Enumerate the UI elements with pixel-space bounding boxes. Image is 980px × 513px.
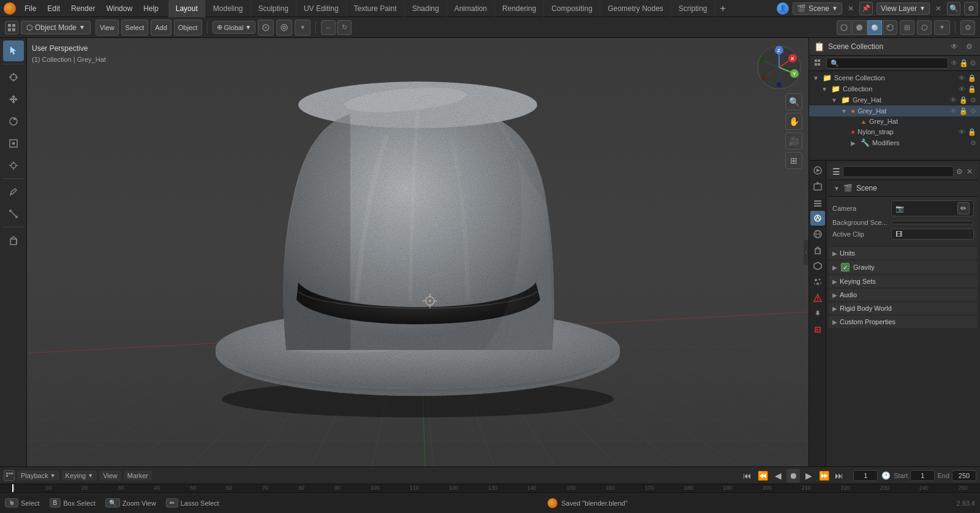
outliner-item-modifiers[interactable]: ▶ 🔧 Modifiers ⚙ [809,137,980,148]
object-menu[interactable]: Object [174,20,202,36]
scene-selector[interactable]: 🎬 Scene ▼ [793,2,842,15]
play-btn[interactable]: ▶ [802,469,815,482]
outliner-eye-icon[interactable]: 👁 [948,40,960,53]
add-workspace-button[interactable]: + [715,1,731,17]
ortho-icon[interactable]: ⊞ [785,152,802,169]
outliner-toggle-2[interactable]: 🔒 [959,59,968,67]
navigation-gizmo[interactable]: X Y Z [755,43,804,92]
add-menu[interactable]: Add [151,20,172,36]
prop-icon-constraints[interactable] [810,306,825,321]
prop-icon-render[interactable] [810,163,825,178]
pan-icon[interactable]: ✋ [785,113,802,130]
gravity-section-header[interactable]: ▶ ✓ Gravity [829,260,978,274]
units-section-header[interactable]: ▶ Units [829,247,978,259]
cursor-tool[interactable] [3,67,24,88]
outliner-search-input[interactable] [826,58,948,69]
camera-value[interactable]: 📷 ✏ [891,200,974,216]
viewport-collapse-right[interactable]: ‹ [804,240,809,265]
view-layer-selector[interactable]: View Layer ▼ [876,2,930,15]
properties-menu-icon[interactable]: ☰ [832,167,840,177]
rotate-tool[interactable] [3,111,24,132]
outliner-toggle-1[interactable]: 👁 [951,59,958,67]
tab-texture-paint[interactable]: Texture Paint [347,0,405,17]
measure-tool[interactable] [3,203,24,224]
transform-orientation[interactable]: ⊕ Global ▼ [213,21,256,34]
filter-icon[interactable]: ⚙ [964,2,978,15]
scene-expand-arrow[interactable]: ▼ [834,185,840,192]
add-cube-tool[interactable] [3,230,24,251]
select-tool[interactable] [3,40,24,61]
tab-sculpting[interactable]: Sculpting [251,0,296,17]
blender-logo[interactable] [2,1,17,16]
outliner-item-nylon-strap[interactable]: ● Nylon_strap 👁 🔒 [809,126,980,137]
timeline-editor-type[interactable] [4,470,15,481]
viewport-3d[interactable]: User Perspective (1) Collection | Grey_H… [27,38,809,466]
view-menu-timeline[interactable]: View [99,471,121,481]
active-clip-value[interactable]: 🎞 [891,229,974,240]
prop-icon-particles[interactable] [810,275,825,289]
outliner-item-scene-collection[interactable]: ▼ 📁 Scene Collection 👁 🔒 [809,72,980,83]
move-tool[interactable] [3,89,24,110]
options-dropdown[interactable]: ⚙ [960,20,975,35]
jump-to-end-btn[interactable]: ⏭ [832,469,846,482]
outliner-mode-icon[interactable] [813,58,824,69]
menu-help[interactable]: Help [138,3,164,14]
user-icon[interactable]: 👤 [777,2,789,15]
rotate-icon[interactable]: ↻ [337,20,352,35]
render-shading[interactable] [883,20,897,35]
scene-close-icon[interactable]: ✕ [846,4,856,13]
jump-back-btn[interactable]: ⏪ [756,469,769,482]
start-frame-input[interactable]: 1 [910,470,935,481]
camera-edit-btn[interactable]: ✏ [957,202,970,215]
timeline-ruler[interactable]: 1 10 20 30 40 50 60 70 80 90 100 110 120… [0,484,980,492]
rigid-body-world-header[interactable]: ▶ Rigid Body World [829,302,978,314]
outliner-toggle-3[interactable]: ⚙ [970,59,976,67]
prop-icon-data[interactable] [810,322,825,337]
tab-compositing[interactable]: Compositing [544,0,600,17]
jump-fwd-btn[interactable]: ⏩ [817,469,831,482]
menu-edit[interactable]: Edit [42,3,65,14]
zoom-icon[interactable]: 🔍 [785,93,802,110]
prop-icon-world[interactable] [810,227,825,241]
properties-x-button[interactable]: ✕ [965,167,974,176]
end-frame-input[interactable]: 250 [952,470,976,481]
proportional-edit-button[interactable] [276,20,292,36]
tab-animation[interactable]: Animation [447,0,495,17]
audio-header[interactable]: ▶ Audio [829,289,978,301]
bg-scene-value[interactable] [891,221,974,224]
keying-dropdown[interactable]: Keying ▼ [62,471,97,481]
keying-sets-header[interactable]: ▶ Keying Sets [829,275,978,287]
xray-toggle[interactable]: ▼ [934,20,950,35]
properties-filter-icon[interactable]: ⚙ [956,167,963,176]
current-frame-input[interactable]: 1 [853,470,878,481]
play-reverse-btn[interactable]: ◀ [771,469,785,482]
tab-scripting[interactable]: Scripting [671,0,715,17]
gizmo-toggle[interactable]: ⊞ [900,20,914,35]
wireframe-shading[interactable] [837,20,851,35]
gravity-checkbox[interactable]: ✓ [841,263,850,272]
select-menu[interactable]: Select [121,20,149,36]
tab-uv-editing[interactable]: UV Editing [296,0,347,17]
overlay-toggle[interactable]: ⬡ [917,20,932,35]
solid-shading[interactable] [852,20,867,35]
marker-menu[interactable]: Marker [124,471,152,481]
pin-icon[interactable]: 📌 [859,2,873,15]
material-shading[interactable] [867,20,882,35]
stop-btn[interactable]: ⏺ [786,469,800,482]
editor-type-button[interactable] [5,21,18,34]
tab-layout[interactable]: Layout [168,0,206,17]
menu-file[interactable]: File [20,3,41,14]
outliner-item-grey-hat-collection[interactable]: ▼ 📁 Grey_Hat 👁 🔒 ⚙ [809,94,980,105]
menu-window[interactable]: Window [101,3,137,14]
playback-dropdown[interactable]: Playback ▼ [17,471,59,481]
prop-icon-modifiers[interactable] [810,259,825,273]
move-icon[interactable]: ↔ [321,20,336,35]
transform-tool[interactable] [3,155,24,176]
prop-icon-scene[interactable] [810,211,825,226]
properties-search-input[interactable] [843,166,954,177]
tab-shading[interactable]: Shading [405,0,447,17]
scale-tool[interactable] [3,133,24,154]
prop-icon-physics[interactable] [810,291,825,305]
annotate-tool[interactable] [3,181,24,202]
jump-to-start-btn[interactable]: ⏮ [741,469,754,482]
